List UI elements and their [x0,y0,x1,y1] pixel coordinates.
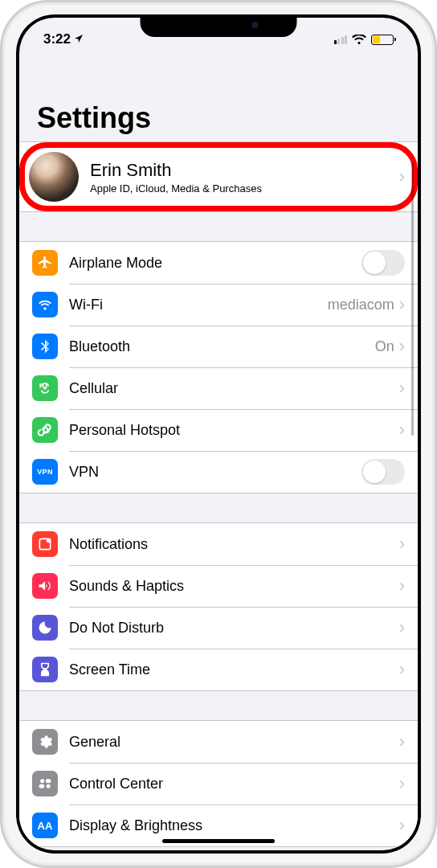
profile-section: Erin Smith Apple ID, iCloud, Media & Pur… [19,141,418,212]
apple-id-row[interactable]: Erin Smith Apple ID, iCloud, Media & Pur… [19,142,418,211]
avatar [29,152,79,202]
chevron-right-icon: › [399,661,405,678]
status-time: 3:22 [43,31,71,47]
svg-point-2 [47,538,51,542]
row-notifications[interactable]: Notifications › [19,523,418,565]
svg-rect-5 [39,785,43,788]
dnd-icon [32,615,58,641]
settings-group-connectivity: Airplane Mode Wi-Fi mediacom › [19,241,418,493]
gear-icon [32,729,58,755]
chevron-right-icon: › [399,775,405,792]
profile-name: Erin Smith [90,160,399,181]
row-general[interactable]: General › [19,721,418,763]
phone-body: 3:22 Setti [16,14,421,854]
row-label: VPN [69,464,361,481]
row-detail: On [375,338,394,355]
row-label: Display & Brightness [69,817,399,834]
svg-point-6 [47,785,50,788]
chevron-right-icon: › [399,338,405,355]
row-label: General [69,734,399,751]
vpn-toggle[interactable] [361,459,405,485]
status-time-area: 3:22 [43,31,84,47]
row-detail: mediacom [328,297,394,313]
row-airplane-mode[interactable]: Airplane Mode [19,242,418,284]
profile-subtitle: Apple ID, iCloud, Media & Purchases [90,182,399,194]
chevron-right-icon: › [399,379,405,397]
bluetooth-icon [32,334,58,359]
row-vpn[interactable]: VPN VPN [19,451,418,493]
row-cellular[interactable]: Cellular › [19,367,418,409]
row-label: Sounds & Haptics [69,578,399,595]
display-brightness-icon: AA [32,813,58,838]
battery-fill [373,36,380,43]
row-personal-hotspot[interactable]: Personal Hotspot › [19,409,418,451]
wifi-icon [352,35,366,45]
row-label: Cellular [69,380,399,397]
svg-point-0 [43,387,47,390]
row-control-center[interactable]: Control Center › [19,763,418,805]
content[interactable]: Settings Erin Smith Apple ID, iCloud, Me… [19,53,418,850]
row-label: Personal Hotspot [69,422,399,439]
profile-text: Erin Smith Apple ID, iCloud, Media & Pur… [90,160,399,194]
airplane-mode-toggle[interactable] [361,250,405,276]
status-right [334,35,394,45]
row-label: Notifications [69,536,399,553]
wifi-row-icon [32,292,58,317]
aa-badge-text: AA [38,820,53,832]
control-center-icon [32,771,58,796]
cellular-signal-icon [334,35,348,44]
svg-rect-4 [47,780,51,782]
chevron-right-icon: › [399,619,405,637]
notch [141,14,297,37]
vpn-badge-text: VPN [37,468,52,476]
sounds-icon [32,573,58,599]
phone-frame: 3:22 Setti [0,0,437,868]
chevron-right-icon: › [399,577,405,595]
battery-icon [371,35,394,45]
chevron-right-icon: › [399,296,405,313]
row-bluetooth[interactable]: Bluetooth On › [19,326,418,367]
row-label: Do Not Disturb [69,620,399,637]
row-sounds-haptics[interactable]: Sounds & Haptics › [19,565,418,607]
row-label: Airplane Mode [69,255,361,272]
row-label: Bluetooth [69,338,375,355]
home-indicator[interactable] [162,839,275,843]
airplane-icon [32,250,58,276]
screen-time-icon [32,657,58,682]
chevron-right-icon: › [399,421,405,439]
row-do-not-disturb[interactable]: Do Not Disturb › [19,607,418,649]
row-label: Control Center [69,776,399,792]
vpn-icon: VPN [32,459,58,485]
screen: 3:22 Setti [19,18,418,850]
row-screen-time[interactable]: Screen Time › [19,649,418,690]
chevron-right-icon: › [399,535,405,553]
settings-group-notifications: Notifications › Sounds & Haptics › [19,522,418,691]
notifications-icon [32,531,58,557]
row-wifi[interactable]: Wi-Fi mediacom › [19,284,418,326]
page-title: Settings [19,53,418,141]
cellular-icon [32,375,58,401]
chevron-right-icon: › [399,817,405,834]
settings-group-general: General › Control Center › AA [19,720,418,847]
hotspot-icon [32,417,58,443]
scroll-indicator[interactable] [411,162,414,436]
location-arrow-icon [74,34,84,46]
chevron-right-icon: › [399,168,405,186]
svg-point-3 [41,780,43,782]
chevron-right-icon: › [399,733,405,751]
row-label: Screen Time [69,661,399,678]
row-label: Wi-Fi [69,297,328,313]
